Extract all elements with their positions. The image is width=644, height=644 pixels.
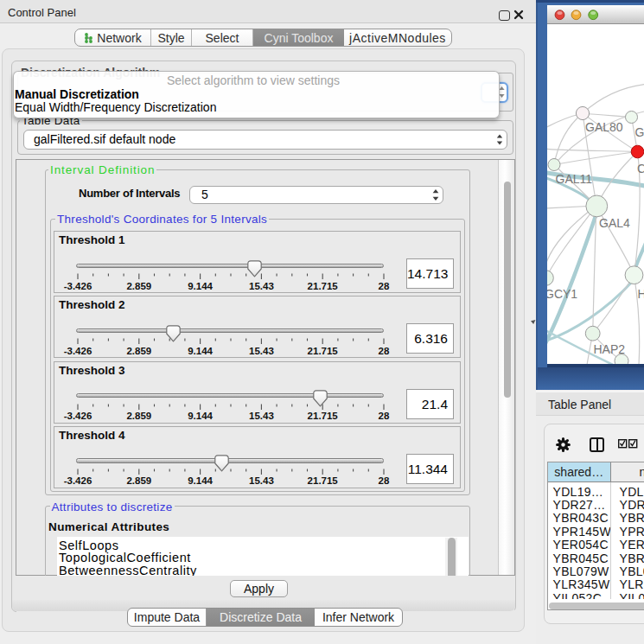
svg-text:H: H xyxy=(638,287,644,301)
svg-text:GAL11: GAL11 xyxy=(556,171,593,185)
svg-text:GAL80: GAL80 xyxy=(585,119,623,133)
svg-text:HAP2: HAP2 xyxy=(594,341,626,355)
svg-text:GAL4: GAL4 xyxy=(599,215,630,229)
svg-text:GA: GA xyxy=(635,124,644,138)
svg-text:C: C xyxy=(637,161,644,175)
svg-text:GCY1: GCY1 xyxy=(547,286,577,300)
